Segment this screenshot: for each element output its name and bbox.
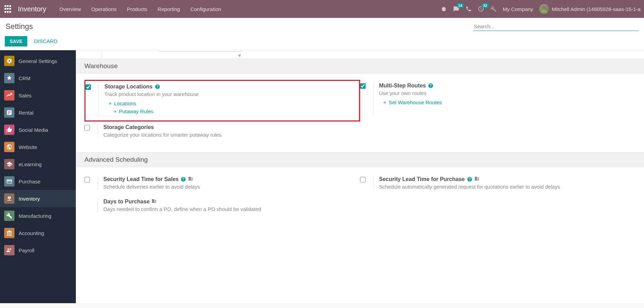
- help-icon[interactable]: [467, 177, 472, 182]
- activities-badge: 32: [481, 3, 489, 8]
- messages-badge: 14: [457, 3, 464, 8]
- checkbox-security-lead-purchase[interactable]: [360, 177, 366, 182]
- sidebar-item-label: eLearning: [19, 161, 42, 167]
- nav-products[interactable]: Products: [127, 6, 147, 12]
- bug-icon[interactable]: [441, 6, 447, 12]
- arrow-right-icon: [108, 102, 112, 106]
- default-journal-label: Default Journal: [108, 50, 147, 52]
- app-title: Inventory: [18, 5, 46, 13]
- sidebar-item-accounting[interactable]: Accounting: [0, 224, 76, 242]
- nav-menu: Overview Operations Products Reporting C…: [59, 6, 221, 12]
- sidebar-item-website[interactable]: Website: [0, 138, 76, 156]
- user-name: Mitchell Admin (14605928-saas-15-1-a: [552, 6, 641, 12]
- sidebar-item-purchase[interactable]: Purchase: [0, 173, 76, 190]
- sidebar-item-label: Website: [19, 144, 37, 150]
- default-journal-row: Default Journal ▾: [102, 50, 644, 59]
- sidebar-item-label: Inventory: [19, 196, 40, 202]
- setting-desc: Track product location in your warehouse: [104, 91, 354, 97]
- sidebar-item-manufacturing[interactable]: Manufacturing: [0, 207, 76, 224]
- setting-desc: Days needed to confirm a PO, define when…: [103, 206, 355, 212]
- setting-title-label: Days to Purchase: [103, 199, 150, 205]
- sidebar-item-inventory[interactable]: Inventory: [0, 190, 76, 207]
- nav-reporting[interactable]: Reporting: [157, 6, 180, 12]
- checkbox-storage-categories[interactable]: [84, 125, 90, 130]
- arrow-right-icon: [382, 100, 387, 105]
- sidebar-item-label: Accounting: [19, 230, 44, 236]
- building-icon: [188, 176, 193, 182]
- sidebar-item-label: Purchase: [19, 179, 40, 184]
- sidebar-item-label: General Settings: [19, 58, 57, 64]
- checkbox-security-lead-sales[interactable]: [84, 177, 90, 182]
- sidebar-item-label: Social Media: [19, 127, 48, 133]
- link-locations[interactable]: Locations: [104, 100, 354, 106]
- sidebar-item-label: CRM: [19, 75, 30, 81]
- discard-button[interactable]: DISCARD: [33, 36, 59, 46]
- setting-desc: Use your own routes: [379, 90, 630, 96]
- sidebar-item-label: Rental: [19, 110, 33, 116]
- activities-icon[interactable]: 32: [478, 6, 484, 12]
- nav-overview[interactable]: Overview: [59, 6, 81, 12]
- section-warehouse-header: Warehouse: [76, 59, 644, 74]
- search-input[interactable]: [473, 22, 638, 31]
- company-selector[interactable]: My Company: [503, 6, 533, 12]
- sidebar-item-label: Sales: [19, 93, 32, 98]
- setting-title-label: Multi-Step Routes: [379, 83, 426, 89]
- chevron-down-icon[interactable]: ▾: [238, 52, 241, 59]
- help-icon[interactable]: [428, 83, 433, 88]
- help-icon[interactable]: [181, 177, 186, 182]
- sidebar-item-payroll[interactable]: Payroll: [0, 242, 76, 259]
- nav-configuration[interactable]: Configuration: [190, 6, 221, 12]
- setting-desc: Categorize your locations for smarter pu…: [103, 132, 355, 138]
- settings-content: Default Journal ▾ Warehouse Storage Loca…: [76, 50, 644, 303]
- sidebar-item-label: Manufacturing: [19, 213, 51, 219]
- setting-title-label: Security Lead Time for Purchase: [379, 176, 465, 182]
- setting-desc: Schedule deliveries earlier to avoid del…: [103, 184, 355, 190]
- save-button[interactable]: SAVE: [5, 36, 27, 46]
- sidebar-item-elearning[interactable]: eLearning: [0, 156, 76, 173]
- tools-icon[interactable]: [490, 6, 497, 12]
- setting-title-label: Storage Locations: [104, 84, 153, 90]
- sidebar-item-general-settings[interactable]: General Settings: [0, 52, 76, 70]
- sidebar-item-social-media[interactable]: Social Media: [0, 121, 76, 138]
- arrow-right-icon: [113, 109, 117, 114]
- sidebar-item-crm[interactable]: CRM: [0, 70, 76, 87]
- help-icon[interactable]: [155, 84, 160, 89]
- setting-multi-step-routes: Multi-Step Routes Use your own routes Se…: [360, 80, 636, 121]
- setting-title-label: Storage Categories: [103, 124, 154, 130]
- link-set-warehouse-routes[interactable]: Set Warehouse Routes: [379, 99, 630, 105]
- setting-storage-categories: Storage Categories Categorize your locat…: [84, 121, 360, 144]
- sidebar-item-label: Payroll: [19, 247, 34, 253]
- sidebar-item-sales[interactable]: Sales: [0, 87, 76, 104]
- sidebar-item-rental[interactable]: Rental: [0, 104, 76, 121]
- nav-operations[interactable]: Operations: [91, 6, 116, 12]
- page-title: Settings: [6, 22, 33, 31]
- svg-point-0: [543, 6, 546, 9]
- setting-desc: Schedule automatically generated request…: [379, 184, 630, 190]
- building-icon: [474, 176, 479, 182]
- avatar-icon: [539, 4, 549, 14]
- checkbox-storage-locations[interactable]: [85, 84, 91, 90]
- setting-security-lead-purchase: Security Lead Time for Purchase Schedule…: [360, 173, 636, 196]
- setting-security-lead-sales: Security Lead Time for Sales Schedule de…: [84, 173, 360, 196]
- top-navbar: Inventory Overview Operations Products R…: [0, 0, 644, 18]
- user-menu[interactable]: Mitchell Admin (14605928-saas-15-1-a: [539, 4, 641, 14]
- section-advanced-header: Advanced Scheduling: [76, 152, 644, 167]
- setting-storage-locations: Storage Locations Track product location…: [84, 80, 360, 121]
- settings-sidebar: General Settings CRM Sales Rental Social…: [0, 50, 76, 303]
- building-icon: [152, 199, 156, 205]
- phone-icon[interactable]: [466, 6, 472, 12]
- link-putaway-rules[interactable]: Putaway Rules: [104, 108, 354, 114]
- setting-days-to-purchase: Days to Purchase Days needed to confirm …: [84, 196, 360, 218]
- apps-grid-icon[interactable]: [3, 5, 12, 13]
- control-panel: Settings SAVE DISCARD: [0, 18, 644, 50]
- setting-title-label: Security Lead Time for Sales: [103, 176, 178, 182]
- checkbox-multi-step-routes[interactable]: [360, 83, 366, 89]
- messages-icon[interactable]: 14: [453, 6, 459, 12]
